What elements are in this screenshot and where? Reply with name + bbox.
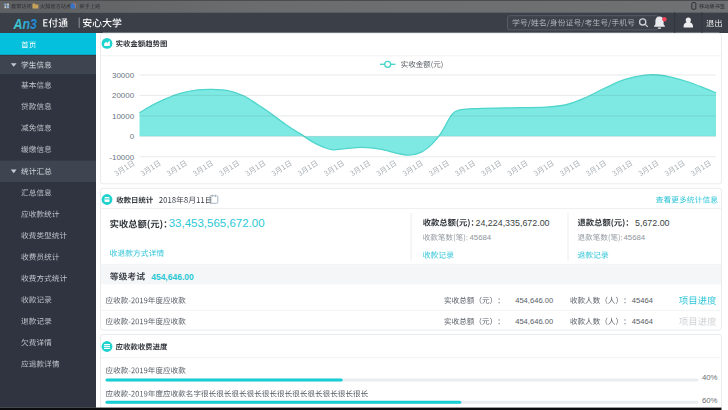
svg-text:40%: 40% bbox=[702, 373, 718, 382]
svg-text:5,672.00: 5,672.00 bbox=[635, 218, 670, 228]
svg-text:45684: 45684 bbox=[624, 233, 646, 242]
svg-text:45684: 45684 bbox=[470, 233, 492, 242]
svg-text:45464: 45464 bbox=[632, 296, 653, 305]
svg-text:45464: 45464 bbox=[632, 317, 653, 326]
svg-text:60%: 60% bbox=[702, 396, 718, 405]
svg-text:454,646.00: 454,646.00 bbox=[515, 317, 553, 326]
svg-text:0: 0 bbox=[130, 132, 135, 141]
svg-text:An3: An3 bbox=[13, 16, 37, 32]
svg-text:454,646.00: 454,646.00 bbox=[151, 272, 194, 282]
svg-text:454,646.00: 454,646.00 bbox=[515, 296, 553, 305]
svg-text:24,224,335,672.00: 24,224,335,672.00 bbox=[476, 218, 550, 228]
svg-text:20000: 20000 bbox=[112, 91, 135, 100]
svg-text:33,453,565,672.00: 33,453,565,672.00 bbox=[169, 217, 265, 229]
svg-text:30000: 30000 bbox=[112, 71, 135, 80]
svg-text:-10000: -10000 bbox=[109, 153, 134, 162]
svg-text:10000: 10000 bbox=[112, 112, 135, 121]
